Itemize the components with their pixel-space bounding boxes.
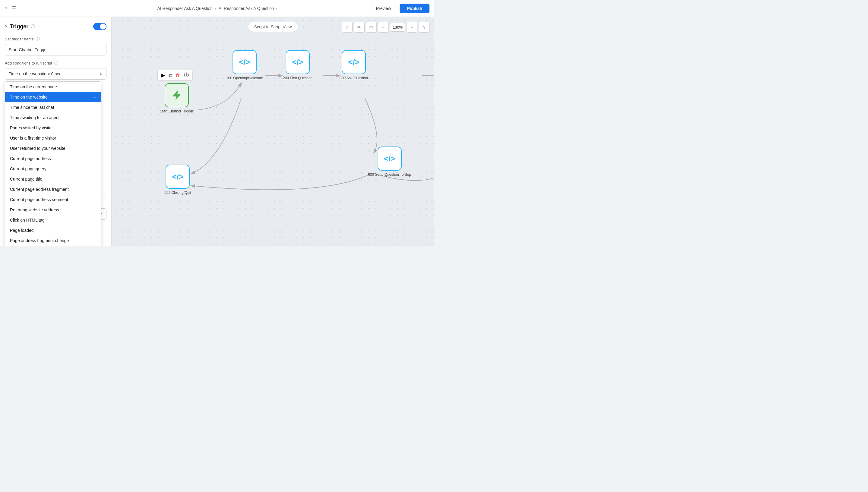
- add-conditions-label: Add conditions to run script ⓘ: [5, 60, 106, 66]
- canvas-controls: ⤢ ✏ ⚙ − 130% + ⤡: [342, 22, 430, 32]
- zoom-display: 130%: [390, 23, 405, 32]
- node-actions-toolbar: ▶ ⧉ 🗑 ⓘ: [158, 70, 193, 80]
- conditions-info-icon[interactable]: ⓘ: [54, 60, 58, 66]
- node-100-label: 100 Opening/Welcome: [226, 76, 263, 80]
- topbar: × ☰ AI Responder Ask A Question / AI Res…: [0, 0, 434, 17]
- play-icon[interactable]: ▶: [160, 71, 166, 79]
- node-600-box: </>: [378, 147, 402, 171]
- trigger-node-box: [165, 83, 189, 107]
- conditions-dropdown-list: Time on the current pageTime on the webs…: [5, 81, 101, 246]
- left-panel: × Trigger ⓘ Set trigger name ⓘ Add condi…: [0, 17, 112, 246]
- dropdown-item[interactable]: Current page address segment: [5, 194, 101, 205]
- dropdown-item[interactable]: Pages visited by visitor: [5, 123, 101, 133]
- dropdown-item[interactable]: Page address fragment change: [5, 236, 101, 246]
- fullscreen-icon[interactable]: ⤢: [342, 22, 353, 32]
- canvas-area: Script to Script View ⤢ ✏ ⚙ − 130% + ⤡: [112, 17, 434, 246]
- dropdown-item[interactable]: Time on the current page: [5, 82, 101, 92]
- node-100-box: </>: [233, 50, 257, 74]
- panel-header: × Trigger ⓘ: [5, 23, 106, 30]
- dropdown-item[interactable]: Time since the last chat: [5, 102, 101, 113]
- flow-arrows: [112, 17, 434, 246]
- dropdown-chevron-icon: ▲: [99, 72, 102, 76]
- dropdown-item[interactable]: Current page address: [5, 153, 101, 164]
- main-layout: × Trigger ⓘ Set trigger name ⓘ Add condi…: [0, 17, 434, 246]
- topbar-right: Preview Publish: [371, 4, 430, 13]
- delete-icon[interactable]: 🗑: [174, 71, 182, 79]
- edit-icon[interactable]: ✏: [354, 22, 365, 32]
- breadcrumb-separator: /: [215, 6, 216, 11]
- help-icon[interactable]: ⓘ: [183, 71, 190, 79]
- copy-icon[interactable]: ⧉: [167, 71, 173, 79]
- conditions-dropdown-trigger[interactable]: Time on the website > 0 sec ▲: [5, 68, 106, 80]
- trigger-toggle[interactable]: [93, 23, 106, 30]
- dropdown-item[interactable]: Time awaiting for an agent: [5, 113, 101, 123]
- node-200-box: </>: [286, 50, 310, 74]
- breadcrumb-current[interactable]: AI Responder Ask A Question ▾: [219, 6, 277, 11]
- node-999-label: 999 Closing/Quit: [164, 191, 191, 195]
- node-100[interactable]: </> 100 Opening/Welcome: [226, 50, 263, 80]
- node-999-box: </>: [166, 165, 190, 189]
- dropdown-item[interactable]: Current page title: [5, 174, 101, 184]
- node-600-label: 600 Send Question To Sup: [368, 172, 411, 177]
- node-300[interactable]: </> 300 Ask Question: [340, 50, 368, 80]
- trigger-node-label: Start Chatbot Trigger: [160, 109, 193, 113]
- dropdown-item[interactable]: Click on HTML tag: [5, 215, 101, 225]
- dropdown-item[interactable]: Current page query: [5, 164, 101, 174]
- dropdown-item[interactable]: Current page address fragment: [5, 184, 101, 194]
- script-to-script-view-button[interactable]: Script to Script View: [248, 22, 298, 32]
- node-300-label: 300 Ask Question: [340, 76, 368, 80]
- topbar-breadcrumb: AI Responder Ask A Question / AI Respond…: [157, 6, 277, 11]
- zoom-out-icon[interactable]: −: [378, 22, 389, 32]
- trigger-node[interactable]: ▶ ⧉ 🗑 ⓘ Start Chatbot Trigger: [160, 83, 193, 113]
- node-300-box: </>: [342, 50, 366, 74]
- dropdown-item[interactable]: Time on the website✓: [5, 92, 101, 102]
- panel-close-icon[interactable]: ×: [5, 24, 7, 29]
- preview-button[interactable]: Preview: [371, 4, 396, 13]
- dropdown-item[interactable]: Page loaded: [5, 225, 101, 236]
- menu-icon[interactable]: ☰: [12, 5, 17, 12]
- node-200[interactable]: </> 200 First Question: [283, 50, 312, 80]
- node-999[interactable]: </> 999 Closing/Quit: [164, 165, 191, 195]
- trigger-name-info-icon[interactable]: ⓘ: [35, 36, 40, 42]
- breadcrumb-parent: AI Responder Ask A Question: [157, 6, 213, 11]
- conditions-dropdown-wrapper: Time on the website > 0 sec ▲ Time on th…: [5, 68, 106, 80]
- node-200-label: 200 First Question: [283, 76, 312, 80]
- dropdown-item[interactable]: User is a first-time visitor: [5, 133, 101, 143]
- dropdown-item[interactable]: Referring website address: [5, 205, 101, 215]
- fit-screen-icon[interactable]: ⤡: [418, 22, 430, 32]
- settings-icon[interactable]: ⚙: [366, 22, 377, 32]
- node-600[interactable]: </> 600 Send Question To Sup: [368, 147, 411, 177]
- close-icon[interactable]: ×: [5, 5, 8, 11]
- topbar-left: × ☰: [5, 5, 17, 12]
- set-trigger-name-label: Set trigger name ⓘ: [5, 36, 106, 42]
- zoom-in-icon[interactable]: +: [407, 22, 417, 32]
- canvas-toolbar: Script to Script View: [248, 22, 298, 32]
- dropdown-item[interactable]: User returned to your website: [5, 143, 101, 153]
- dropdown-item[interactable]: Event name: [5, 246, 101, 246]
- panel-title: Trigger ⓘ: [10, 24, 35, 30]
- trigger-info-icon[interactable]: ⓘ: [31, 24, 35, 29]
- publish-button[interactable]: Publish: [400, 4, 430, 13]
- trigger-name-input[interactable]: [5, 44, 106, 55]
